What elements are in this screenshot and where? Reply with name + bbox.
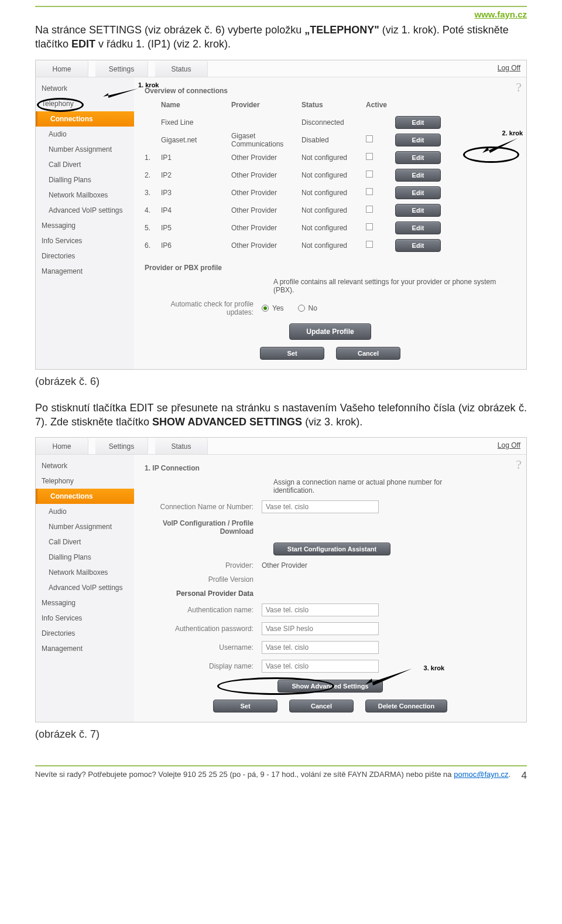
tab-bar: Home Settings Status Log Off [36,60,526,77]
table-row: 4.IP4Other ProviderNot configuredEdit [145,202,516,219]
conn-name-input[interactable] [262,500,379,513]
radio-no[interactable] [298,305,305,312]
tab-home[interactable]: Home [36,438,88,454]
overview-title: Overview of connections [145,87,516,95]
sidebar-item-advanced-voip-settings[interactable]: Advanced VoIP settings [36,203,134,218]
auth-name-label: Authentication name: [145,606,262,614]
table-row: 1.IP1Other ProviderNot configuredEdit [145,149,516,166]
start-config-button[interactable]: Start Configuration Assistant [273,543,390,555]
page-number: 4 [522,770,527,782]
sidebar-item-info-services[interactable]: Info Services [36,611,134,626]
edit-button[interactable]: Edit [395,151,441,164]
footer-mail-link[interactable]: pomoc@fayn.cz [454,770,508,779]
active-checkbox[interactable] [366,241,373,248]
help-icon[interactable]: ? [516,80,522,95]
edit-button[interactable]: Edit [395,169,441,182]
col-active: Active [366,101,395,109]
auth-pass-input[interactable] [262,622,379,635]
step2-label: 2. krok [502,129,523,137]
content-area: ? Overview of connections Name Provider … [134,77,526,369]
sidebar-item-info-services[interactable]: Info Services [36,233,134,248]
active-checkbox[interactable] [366,223,373,230]
caption-7: (obrázek č. 7) [35,728,527,741]
cancel-button[interactable]: Cancel [289,700,354,712]
sidebar-item-network-mailboxes[interactable]: Network Mailboxes [36,187,134,203]
profile-version-label: Profile Version [145,575,262,584]
sidebar-item-connections[interactable]: Connections [36,489,134,504]
display-name-input[interactable] [262,660,379,673]
tab-settings[interactable]: Settings [95,60,148,77]
conn-name-label: Connection Name or Number: [145,503,262,511]
provider-value: Other Provider [262,561,307,570]
sidebar-item-dialling-plans[interactable]: Dialling Plans [36,550,134,565]
sidebar-item-number-assignment[interactable]: Number Assignment [36,142,134,157]
sidebar-item-telephony[interactable]: Telephony [36,96,134,111]
edit-button[interactable]: Edit [395,239,441,252]
provider-label: Provider: [145,561,262,570]
active-checkbox[interactable] [366,171,373,178]
sidebar-item-advanced-voip-settings[interactable]: Advanced VoIP settings [36,580,134,595]
sidebar-item-dialling-plans[interactable]: Dialling Plans [36,172,134,187]
auth-pass-label: Authentication password: [145,625,262,633]
table-row: 2.IP2Other ProviderNot configuredEdit [145,166,516,184]
tab-settings[interactable]: Settings [95,438,148,454]
personal-data-header: Personal Provider Data [145,589,262,598]
display-name-label: Display name: [145,662,262,670]
logoff-link[interactable]: Log Off [498,441,520,449]
sidebar-item-call-divert[interactable]: Call Divert [36,157,134,172]
sidebar-item-management[interactable]: Management [36,641,134,656]
active-checkbox[interactable] [366,153,373,160]
active-checkbox[interactable] [366,188,373,195]
delete-connection-button[interactable]: Delete Connection [365,700,447,712]
assign-note: Assign a connection name or actual phone… [273,478,461,495]
sidebar-item-messaging[interactable]: Messaging [36,218,134,233]
tab-home[interactable]: Home [36,60,88,77]
paragraph-1: Na stránce SETTINGS (viz obrázek č. 6) v… [35,23,527,52]
profile-note: A profile contains all relevant settings… [273,278,516,294]
username-input[interactable] [262,641,379,654]
active-checkbox[interactable] [366,135,373,142]
sidebar-item-network[interactable]: Network [36,458,134,473]
autocheck-label: Automatic check for profile updates: [145,300,262,316]
cancel-button[interactable]: Cancel [336,347,400,360]
set-button[interactable]: Set [213,700,277,712]
set-button[interactable]: Set [260,347,324,360]
sidebar-item-number-assignment[interactable]: Number Assignment [36,519,134,534]
sidebar-item-connections[interactable]: Connections [36,111,134,127]
tab-bar: Home Settings Status Log Off [36,438,526,455]
profile-header: Provider or PBX profile [145,264,516,272]
sidebar-item-messaging[interactable]: Messaging [36,595,134,611]
sidebar-item-audio[interactable]: Audio [36,504,134,519]
table-row: 5.IP5Other ProviderNot configuredEdit [145,219,516,237]
logoff-link[interactable]: Log Off [498,64,520,72]
edit-button[interactable]: Edit [395,204,441,217]
edit-button[interactable]: Edit [395,134,441,146]
help-icon[interactable]: ? [516,457,522,472]
edit-button[interactable]: Edit [395,221,441,234]
show-advanced-button[interactable]: Show Advanced Settings [277,680,383,693]
edit-button[interactable]: Edit [395,116,441,129]
header-url[interactable]: www.fayn.cz [0,9,527,19]
caption-6: (obrázek č. 6) [35,376,527,388]
sidebar-item-network-mailboxes[interactable]: Network Mailboxes [36,565,134,580]
tab-status[interactable]: Status [155,438,208,454]
sidebar-item-telephony[interactable]: Telephony [36,473,134,489]
table-row: 3.IP3Other ProviderNot configuredEdit [145,184,516,202]
auth-name-input[interactable] [262,604,379,616]
sidebar-item-audio[interactable]: Audio [36,127,134,142]
username-label: Username: [145,643,262,652]
sidebar-item-call-divert[interactable]: Call Divert [36,534,134,550]
sidebar-item-directories[interactable]: Directories [36,626,134,641]
edit-button[interactable]: Edit [395,186,441,199]
update-profile-button[interactable]: Update Profile [289,323,371,340]
tab-status[interactable]: Status [155,60,208,77]
radio-yes[interactable] [262,305,269,312]
sidebar-item-management[interactable]: Management [36,264,134,279]
screenshot-7: Home Settings Status Log Off NetworkTele… [35,437,527,722]
active-checkbox[interactable] [366,206,373,213]
sidebar-item-network[interactable]: Network [36,81,134,96]
col-status: Status [301,101,366,109]
ip-connection-title: 1. IP Connection [145,464,516,472]
content-area: ? 1. IP Connection Assign a connection n… [134,455,526,722]
sidebar-item-directories[interactable]: Directories [36,248,134,264]
